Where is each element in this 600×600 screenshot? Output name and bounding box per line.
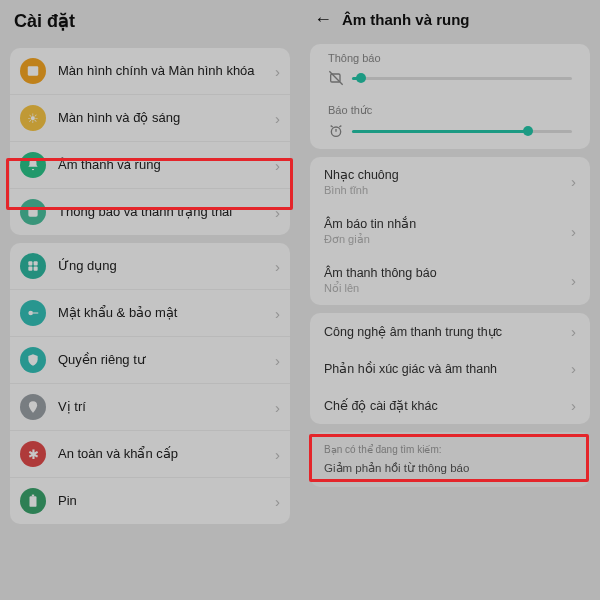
pin-icon <box>20 394 46 420</box>
chevron-right-icon: › <box>571 397 576 414</box>
row-ringtone[interactable]: Nhạc chuông Bình tĩnh › <box>310 157 590 206</box>
chevron-right-icon: › <box>275 258 280 275</box>
row-label: Mật khẩu & bảo mật <box>58 305 269 322</box>
picture-icon <box>20 58 46 84</box>
row-location[interactable]: Vị trí › <box>10 383 290 430</box>
sun-icon: ☀ <box>20 105 46 131</box>
row-label: Pin <box>58 493 269 510</box>
chevron-right-icon: › <box>275 110 280 127</box>
row-label: Màn hình và độ sáng <box>58 110 269 127</box>
row-label: Vị trí <box>58 399 269 416</box>
chevron-right-icon: › <box>275 157 280 174</box>
row-label: Quyền riêng tư <box>58 352 269 369</box>
svg-rect-1 <box>28 207 37 216</box>
alarm-volume-label: Báo thức <box>328 104 572 117</box>
sound-sub: Đơn giản <box>324 233 565 246</box>
chevron-right-icon: › <box>275 63 280 80</box>
notification-volume-slider[interactable] <box>352 77 572 80</box>
svg-rect-7 <box>33 312 38 313</box>
key-icon <box>20 300 46 326</box>
row-safety-emergency[interactable]: ✱ An toàn và khẩn cấp › <box>10 430 290 477</box>
svg-line-14 <box>331 126 333 127</box>
bell-icon <box>20 152 46 178</box>
svg-rect-0 <box>28 66 39 75</box>
chevron-right-icon: › <box>275 305 280 322</box>
row-label: Ứng dụng <box>58 258 269 275</box>
search-hint[interactable]: Bạn có thể đang tìm kiếm: Giảm phản hồi … <box>310 432 590 487</box>
row-notification-status[interactable]: Thông báo và thanh trạng thái › <box>10 188 290 235</box>
svg-rect-2 <box>28 261 32 265</box>
svg-rect-3 <box>34 261 38 265</box>
option-label: Công nghệ âm thanh trung thực <box>324 324 565 339</box>
notification-volume-label: Thông báo <box>328 52 572 64</box>
row-dolby[interactable]: Công nghệ âm thanh trung thực › <box>310 313 590 350</box>
chevron-right-icon: › <box>571 272 576 289</box>
notification-mute-icon <box>328 70 344 86</box>
row-apps[interactable]: Ứng dụng › <box>10 243 290 289</box>
status-icon <box>20 199 46 225</box>
row-message-sound[interactable]: Âm báo tin nhắn Đơn giản › <box>310 206 590 256</box>
page-title: Âm thanh và rung <box>342 11 470 28</box>
chevron-right-icon: › <box>275 352 280 369</box>
battery-icon <box>20 488 46 514</box>
chevron-right-icon: › <box>275 446 280 463</box>
shield-icon <box>20 347 46 373</box>
chevron-right-icon: › <box>275 204 280 221</box>
sos-icon: ✱ <box>20 441 46 467</box>
sound-sub: Bình tĩnh <box>324 184 565 196</box>
row-other-settings[interactable]: Chế độ cài đặt khác › <box>310 387 590 424</box>
option-label: Chế độ cài đặt khác <box>324 398 565 413</box>
svg-line-15 <box>339 126 341 127</box>
row-notification-sound[interactable]: Âm thanh thông báo Nổi lên › <box>310 256 590 305</box>
settings-title: Cài đặt <box>0 0 300 40</box>
chevron-right-icon: › <box>571 360 576 377</box>
hint-label: Bạn có thể đang tìm kiếm: <box>324 444 576 455</box>
chevron-right-icon: › <box>571 173 576 190</box>
row-password-security[interactable]: Mật khẩu & bảo mật › <box>10 289 290 336</box>
sound-title: Âm thanh thông báo <box>324 266 565 280</box>
svg-rect-5 <box>34 267 38 271</box>
svg-rect-8 <box>30 496 37 507</box>
sound-title: Âm báo tin nhắn <box>324 216 565 231</box>
apps-icon <box>20 253 46 279</box>
row-label: Màn hình chính và Màn hình khóa <box>58 63 269 80</box>
row-home-lock-screen[interactable]: Màn hình chính và Màn hình khóa › <box>10 48 290 94</box>
svg-point-6 <box>28 311 33 316</box>
sound-title: Nhạc chuông <box>324 167 565 182</box>
chevron-right-icon: › <box>275 399 280 416</box>
row-sound-vibration[interactable]: Âm thanh và rung › <box>10 141 290 188</box>
alarm-icon <box>328 123 344 139</box>
row-battery[interactable]: Pin › <box>10 477 290 524</box>
alarm-volume-slider[interactable] <box>352 130 572 133</box>
svg-rect-9 <box>32 495 34 497</box>
svg-rect-4 <box>28 267 32 271</box>
chevron-right-icon: › <box>571 223 576 240</box>
row-label: Âm thanh và rung <box>58 157 269 174</box>
row-privacy[interactable]: Quyền riêng tư › <box>10 336 290 383</box>
back-arrow-icon[interactable]: ← <box>314 10 332 28</box>
row-haptic-sound-feedback[interactable]: Phản hồi xúc giác và âm thanh › <box>310 350 590 387</box>
row-label: Thông báo và thanh trạng thái <box>58 204 269 221</box>
row-label: An toàn và khẩn cấp <box>58 446 269 463</box>
option-label: Phản hồi xúc giác và âm thanh <box>324 361 565 376</box>
hint-text: Giảm phản hồi từ thông báo <box>324 461 576 475</box>
chevron-right-icon: › <box>275 493 280 510</box>
chevron-right-icon: › <box>571 323 576 340</box>
row-display-brightness[interactable]: ☀ Màn hình và độ sáng › <box>10 94 290 141</box>
sound-sub: Nổi lên <box>324 282 565 295</box>
